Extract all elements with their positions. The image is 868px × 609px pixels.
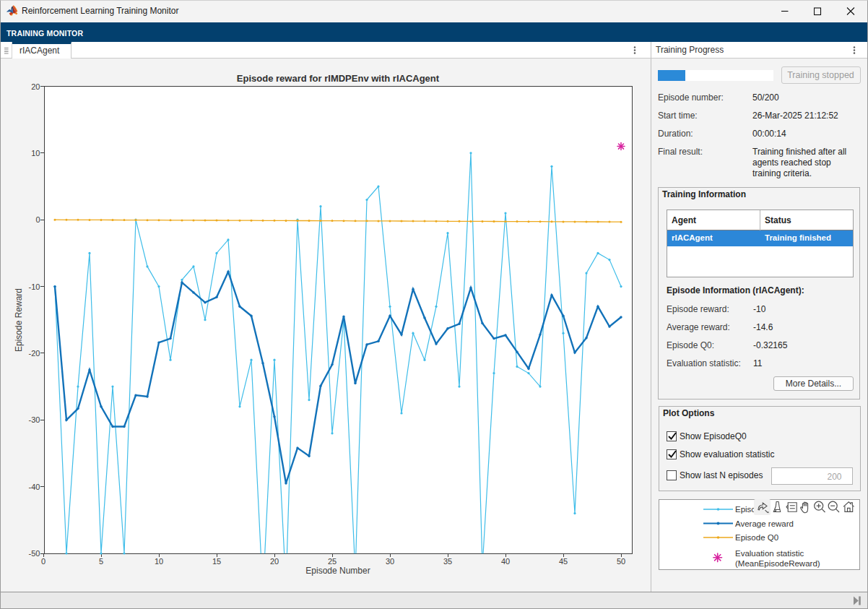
svg-text:Average reward: Average reward — [735, 519, 794, 528]
svg-text:10: 10 — [31, 149, 40, 157]
svg-text:Episo: Episo — [735, 505, 756, 514]
svg-text:Evaluation statistic: Evaluation statistic — [735, 549, 804, 558]
svg-text:0: 0 — [35, 215, 40, 224]
svg-text:Episode reward for rIMDPEnv wi: Episode reward for rIMDPEnv with rIACAge… — [237, 73, 440, 84]
svg-text:0: 0 — [41, 557, 45, 566]
svg-text:(MeanEpisodeReward): (MeanEpisodeReward) — [735, 559, 820, 568]
svg-text:10: 10 — [155, 557, 163, 566]
svg-text:40: 40 — [501, 557, 510, 566]
svg-text:50: 50 — [617, 557, 625, 566]
svg-text:25: 25 — [328, 557, 337, 566]
svg-text:-40: -40 — [29, 483, 40, 491]
svg-text:Episode Reward: Episode Reward — [14, 288, 24, 352]
svg-text:20: 20 — [31, 82, 40, 91]
svg-text:Episode Number: Episode Number — [305, 566, 370, 576]
svg-text:5: 5 — [99, 557, 103, 566]
svg-text:30: 30 — [386, 557, 394, 566]
svg-text:15: 15 — [212, 557, 221, 566]
svg-text:Episode Q0: Episode Q0 — [735, 533, 778, 542]
svg-text:-10: -10 — [29, 282, 40, 291]
svg-text:45: 45 — [559, 557, 568, 566]
svg-text:-50: -50 — [29, 549, 40, 558]
svg-text:-20: -20 — [29, 349, 40, 358]
svg-text:-30: -30 — [29, 415, 40, 424]
svg-text:35: 35 — [443, 557, 452, 566]
svg-text:20: 20 — [270, 557, 279, 566]
